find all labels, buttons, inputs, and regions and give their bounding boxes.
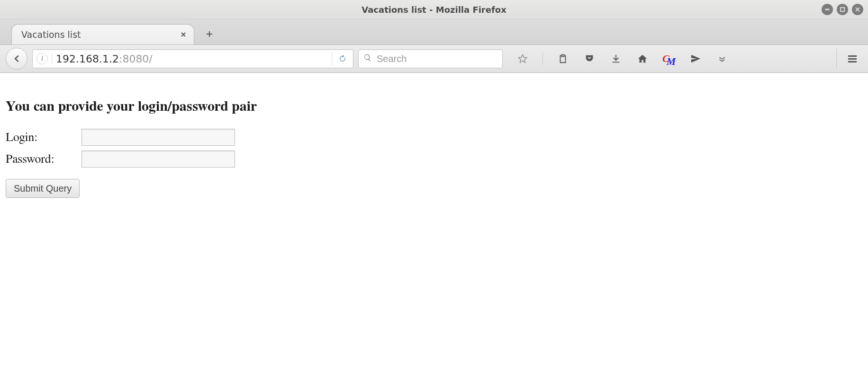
url-port-path: :8080/: [119, 53, 153, 65]
overflow-icon[interactable]: [715, 52, 729, 65]
tab-vacations-list[interactable]: Vacations list: [11, 24, 194, 44]
url-text[interactable]: 192.168.1.2:8080/: [56, 53, 328, 65]
pocket-icon[interactable]: [583, 52, 596, 65]
window-close-button[interactable]: [852, 4, 863, 15]
search-input[interactable]: [376, 53, 497, 65]
new-tab-button[interactable]: [203, 27, 216, 41]
window-minimize-button[interactable]: [822, 4, 833, 15]
send-icon[interactable]: [689, 52, 702, 65]
window-controls: [822, 4, 863, 15]
password-row: Password:: [6, 151, 862, 168]
url-separator: [52, 53, 52, 64]
page-content: You can provide your login/password pair…: [0, 73, 868, 204]
menu-button[interactable]: [836, 49, 862, 69]
bookmark-star-icon[interactable]: [516, 52, 529, 65]
window-titlebar: Vacations list - Mozilla Firefox: [0, 0, 868, 19]
reload-button[interactable]: [332, 52, 349, 65]
password-input[interactable]: [81, 151, 235, 168]
window-maximize-button[interactable]: [837, 4, 848, 15]
toolbar-separator: [542, 53, 543, 65]
login-input[interactable]: [81, 129, 235, 146]
tab-close-button[interactable]: [180, 31, 187, 38]
url-host: 192.168.1.2: [56, 53, 119, 65]
toolbar-icons: CM: [516, 52, 827, 65]
navigation-toolbar: i 192.168.1.2:8080/ CM: [0, 45, 868, 73]
home-icon[interactable]: [636, 52, 649, 65]
login-label: Login:: [6, 131, 81, 144]
submit-button[interactable]: Submit Query: [6, 179, 80, 198]
url-bar[interactable]: i 192.168.1.2:8080/: [32, 49, 353, 68]
tab-label: Vacations list: [21, 29, 81, 40]
search-bar[interactable]: [358, 49, 503, 68]
clipboard-icon[interactable]: [556, 52, 570, 65]
svg-rect-0: [825, 9, 829, 10]
downloads-icon[interactable]: [609, 52, 623, 65]
login-row: Login:: [6, 129, 862, 146]
svg-rect-1: [841, 8, 844, 11]
search-icon: [363, 53, 372, 64]
extension-cm-icon[interactable]: CM: [662, 53, 676, 64]
window-title: Vacations list - Mozilla Firefox: [0, 5, 868, 15]
tab-strip: Vacations list: [0, 19, 868, 45]
page-heading: You can provide your login/password pair: [6, 99, 862, 115]
site-identity-icon[interactable]: i: [36, 53, 48, 64]
password-label: Password:: [6, 152, 81, 166]
back-button[interactable]: [6, 48, 27, 70]
